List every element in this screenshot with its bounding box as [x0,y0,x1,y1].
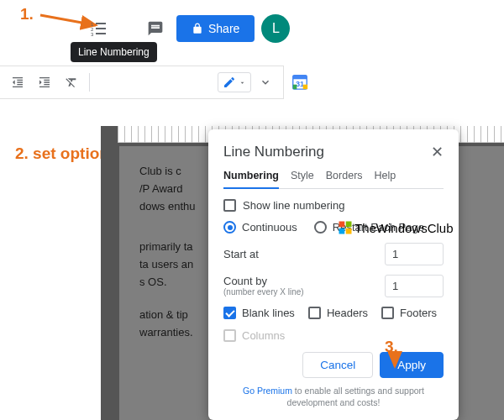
line-numbering-button[interactable]: 123 [84,14,113,43]
separator [89,73,90,92]
svg-rect-5 [96,28,106,29]
indent-icon[interactable] [32,70,57,95]
svg-rect-14 [339,222,345,228]
restart-each-page-radio[interactable] [314,221,327,234]
premium-note: Go Premium to enable all settings and su… [223,386,444,408]
svg-rect-11 [293,85,297,90]
svg-rect-17 [346,228,352,234]
calendar-icon[interactable]: 31 [291,72,309,91]
svg-rect-10 [303,85,308,90]
start-at-label: Start at [223,248,259,260]
footers-checkbox[interactable] [381,307,394,319]
share-button[interactable]: Share [176,15,255,42]
headers-checkbox[interactable] [308,307,321,319]
pencil-icon [223,76,236,89]
svg-rect-8 [293,76,307,80]
columns-label: Columns [242,329,285,342]
comment-icon[interactable] [141,14,170,43]
svg-rect-15 [346,222,352,228]
blank-lines-label: Blank lines [242,307,295,319]
headers-label: Headers [327,307,368,319]
svg-text:31: 31 [296,80,304,88]
annotation-step1: 1. [20,5,34,24]
blank-lines-checkbox[interactable] [223,307,236,319]
go-premium-link[interactable]: Go Premium [243,386,292,396]
columns-checkbox [223,329,236,342]
show-line-numbering-checkbox[interactable] [223,199,236,212]
show-line-numbering-label: Show line numbering [243,199,344,212]
editing-mode-button[interactable] [218,72,251,92]
clear-format-icon[interactable] [59,70,84,95]
arrow-3 [388,349,405,373]
footers-label: Footers [400,307,437,319]
count-by-label: Count by [223,275,304,287]
svg-rect-4 [96,23,106,24]
tab-borders[interactable]: Borders [326,170,363,188]
svg-rect-6 [96,33,106,34]
tab-numbering[interactable]: Numbering [223,170,279,189]
chevron-down-icon [239,79,246,87]
continuous-radio[interactable] [223,221,236,234]
count-by-hint: (number every X line) [223,287,304,297]
outdent-icon[interactable] [5,70,30,95]
continuous-label: Continuous [242,221,297,234]
share-label: Share [208,22,239,35]
dialog-tabs: Numbering Style Borders Help [223,170,444,189]
line-numbering-dialog: Line Numbering ✕ Numbering Style Borders… [208,129,459,420]
dialog-title: Line Numbering [223,144,324,160]
overflow-icon[interactable] [253,70,278,95]
lock-icon [192,23,203,34]
svg-text:3: 3 [91,32,94,37]
tab-style[interactable]: Style [291,170,314,188]
start-at-input[interactable] [385,243,444,265]
count-by-input[interactable] [385,275,444,297]
tooltip-line-numbering: Line Numbering [71,42,157,62]
watermark: TheWindowsClub [338,220,454,235]
cancel-button[interactable]: Cancel [302,352,373,378]
tab-help[interactable]: Help [375,170,396,188]
close-icon[interactable]: ✕ [431,143,444,161]
format-toolbar [0,66,284,99]
avatar[interactable]: L [261,14,290,43]
svg-rect-16 [339,228,345,234]
windows-logo-icon [338,220,353,235]
